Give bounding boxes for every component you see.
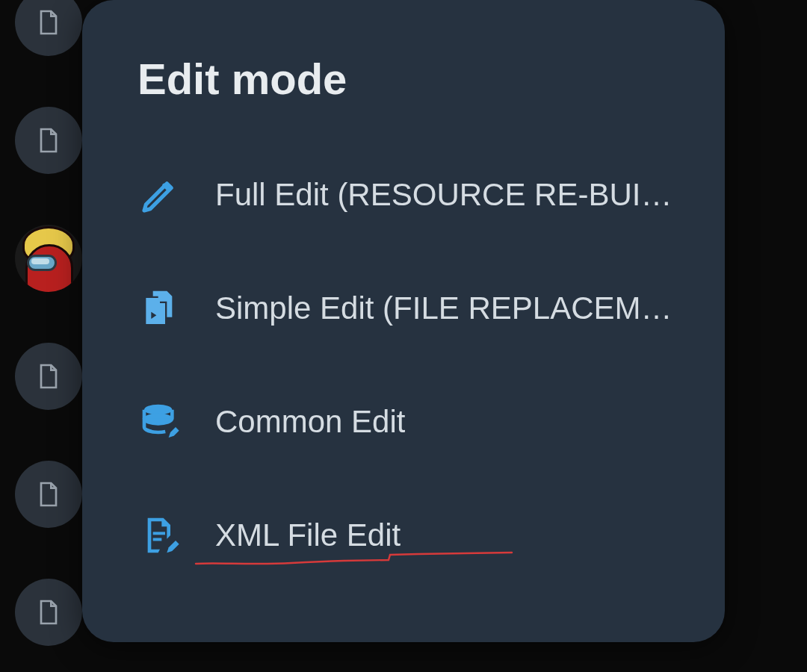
file-icon <box>34 7 64 37</box>
pencil-icon <box>137 172 182 217</box>
bg-avatar-item <box>15 225 82 292</box>
file-copy-icon <box>137 286 182 331</box>
edit-mode-dialog: Edit mode Full Edit (RESOURCE RE-BUILD) … <box>82 0 725 642</box>
menu-item-label: XML File Edit <box>215 517 401 553</box>
menu-item-label: Full Edit (RESOURCE RE-BUILD) <box>215 177 678 213</box>
dialog-title: Edit mode <box>137 54 680 104</box>
menu-item-simple-edit[interactable]: Simple Edit (FILE REPLACEME… <box>137 286 680 331</box>
menu-item-label: Common Edit <box>215 404 405 440</box>
bg-file-item <box>15 461 82 528</box>
menu-item-xml-edit[interactable]: XML File Edit <box>137 513 680 558</box>
menu-item-common-edit[interactable]: Common Edit <box>137 399 680 444</box>
bg-file-item <box>15 0 82 56</box>
crewmate-avatar-icon <box>15 225 82 292</box>
file-icon <box>34 125 64 155</box>
bg-file-item <box>15 579 82 646</box>
background-item-list <box>15 0 82 646</box>
svg-rect-2 <box>153 532 165 535</box>
database-edit-icon <box>137 399 182 444</box>
file-edit-icon <box>137 513 182 558</box>
file-icon <box>34 597 64 627</box>
menu-item-label: Simple Edit (FILE REPLACEME… <box>215 290 678 326</box>
svg-rect-3 <box>153 538 162 541</box>
bg-file-item <box>15 107 82 174</box>
file-icon <box>34 361 64 391</box>
file-icon <box>34 479 64 509</box>
edit-mode-menu-list: Full Edit (RESOURCE RE-BUILD) Simple Edi… <box>137 172 680 558</box>
menu-item-full-edit[interactable]: Full Edit (RESOURCE RE-BUILD) <box>137 172 680 217</box>
bg-file-item <box>15 343 82 410</box>
